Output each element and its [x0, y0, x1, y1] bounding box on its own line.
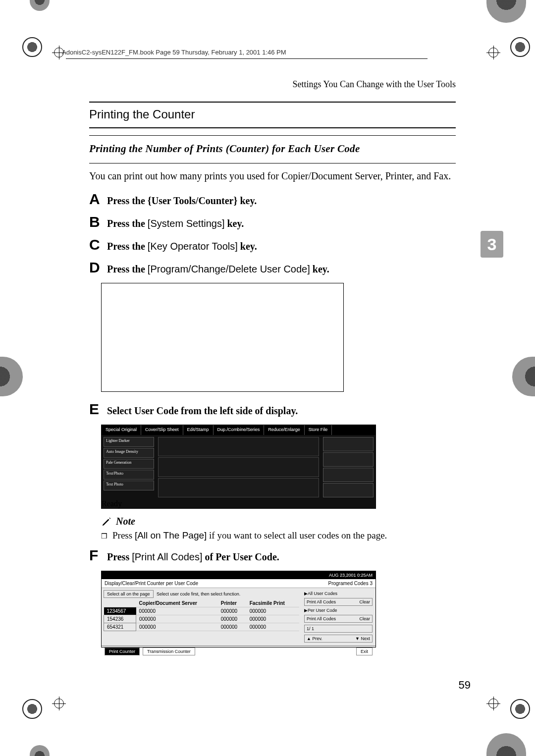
placeholder-image — [101, 283, 344, 392]
step-d-btn: [Program/Change/Delete User Code] — [148, 264, 310, 274]
ss2-title: Display/Clear/Print Counter per User Cod… — [105, 581, 198, 586]
step-c-pre: Press the — [107, 241, 148, 252]
exit-btn: Exit — [356, 648, 373, 655]
step-d-pre: Press the — [107, 264, 148, 274]
row-p: 000000 — [218, 607, 247, 615]
ss2-programed: Programed Codes 3 — [328, 581, 373, 586]
clear-btn: Clear — [359, 599, 370, 604]
ready-label: Ready — [102, 499, 375, 508]
step-f: F Press [Print All Codes] of Per User Co… — [89, 548, 456, 563]
tab: Store File — [305, 425, 332, 435]
left-btn: Pale Generation — [104, 459, 154, 469]
left-btn: Auto Image Density — [104, 448, 154, 458]
screenshot-copier-panel: Special Original Cover/Slip Sheet Edit/S… — [101, 425, 376, 509]
note-bullet: ❒ — [101, 532, 107, 541]
step-b-post: key. — [227, 218, 244, 229]
row-code: 154236 — [104, 615, 136, 623]
note-post: if you want to select all user codes on … — [209, 530, 387, 540]
step-a-pre: Press the — [107, 195, 145, 206]
ss2-time: AUG 23,2001 0:25AM — [329, 573, 373, 578]
left-btn: Text Photo — [104, 481, 154, 490]
counter-table: Copier/Document Server Printer Facsimile… — [104, 599, 299, 631]
step-letter-f: F — [89, 548, 103, 563]
print-all-btn2: Print All Codes — [307, 616, 336, 621]
step-b-pre: Press the — [107, 218, 148, 229]
left-btn: Lighter Darker — [104, 437, 154, 447]
row-code: 654321 — [104, 623, 136, 631]
row-p: 000000 — [218, 615, 247, 623]
book-header-text: AdonisC2-sysEN122F_FM.book Page 59 Thurs… — [62, 49, 286, 56]
chapter-tab: 3 — [481, 231, 503, 258]
pencil-icon — [101, 516, 112, 527]
next-btn: ▼ Next — [355, 636, 370, 641]
step-c-post: key. — [240, 241, 257, 252]
tab: Cover/Slip Sheet — [141, 425, 183, 435]
page-indicator: 1/ 1 — [307, 626, 314, 631]
step-f-btn: [Print All Codes] — [132, 551, 202, 562]
ss2-instruction: Select user code first, then select func… — [157, 592, 240, 596]
tab: Special Original — [102, 425, 141, 435]
step-b-btn: [System Settings] — [148, 218, 225, 229]
col-printer: Printer — [218, 599, 247, 607]
col-fax: Facsimile Print — [247, 599, 299, 607]
step-a: A Press the {User Tools/Counter} key. — [89, 192, 456, 207]
step-a-post: key. — [240, 195, 257, 206]
step-e-text: Select User Code from the left side of d… — [107, 405, 298, 416]
page-content: Settings You Can Change with the User To… — [89, 79, 456, 654]
step-b: B Press the [System Settings] key. — [89, 215, 456, 229]
note-header: Note — [101, 516, 456, 527]
book-header: AdonisC2-sysEN122F_FM.book Page 59 Thurs… — [62, 49, 535, 63]
tab: Reduce/Enlarge — [264, 425, 305, 435]
step-e: E Select User Code from the left side of… — [89, 402, 456, 417]
note-body: ❒ Press [All on The Page] if you want to… — [101, 530, 456, 541]
row-f: 000000 — [247, 615, 299, 623]
step-f-post: of Per User Code. — [205, 551, 279, 562]
row-code: 1234567 — [104, 607, 136, 615]
intro-text: You can print out how many prints you us… — [89, 169, 456, 183]
row-c: 000000 — [136, 623, 218, 631]
row-p: 000000 — [218, 623, 247, 631]
row-c: 000000 — [136, 607, 218, 615]
print-counter-tab: Print Counter — [105, 648, 140, 655]
step-f-pre: Press — [107, 551, 132, 562]
subsection-title: Printing the Number of Prints (Counter) … — [89, 138, 456, 161]
note-label: Note — [116, 516, 135, 527]
row-f: 000000 — [247, 623, 299, 631]
left-btn: Text/Photo — [104, 470, 154, 480]
tab: Dup./Combine/Series — [214, 425, 265, 435]
step-c-btn: [Key Operator Tools] — [148, 241, 238, 252]
per-code-label: ▶Per User Code — [304, 608, 373, 613]
step-letter-c: C — [89, 237, 103, 252]
print-all-btn: Print All Codes — [307, 599, 336, 604]
screenshot-counter-panel: AUG 23,2001 0:25AM Display/Clear/Print C… — [101, 571, 376, 648]
select-all-btn: Select all on the page — [104, 590, 154, 598]
step-d: D Press the [Program/Change/Delete User … — [89, 260, 456, 275]
page-number: 59 — [459, 679, 471, 692]
section-title: Printing the Counter — [89, 106, 456, 124]
step-letter-a: A — [89, 192, 103, 207]
col-copier: Copier/Document Server — [136, 599, 218, 607]
note-btn: [All on The Page] — [135, 530, 207, 540]
note-pre: Press — [112, 530, 135, 540]
all-codes-label: ▶All User Codes — [304, 591, 373, 596]
row-f: 000000 — [247, 607, 299, 615]
clear-btn2: Clear — [359, 616, 370, 621]
step-a-btn: {User Tools/Counter} — [148, 195, 238, 206]
running-head: Settings You Can Change with the User To… — [89, 79, 456, 90]
step-c: C Press the [Key Operator Tools] key. — [89, 237, 456, 252]
step-d-post: key. — [313, 264, 329, 274]
prev-btn: ▲ Prev. — [307, 636, 322, 641]
step-letter-d: D — [89, 260, 103, 275]
step-letter-e: E — [89, 402, 103, 417]
transmission-tab: Transmission Counter — [143, 648, 195, 655]
step-letter-b: B — [89, 215, 103, 229]
row-c: 000000 — [136, 615, 218, 623]
tab: Edit/Stamp — [183, 425, 214, 435]
